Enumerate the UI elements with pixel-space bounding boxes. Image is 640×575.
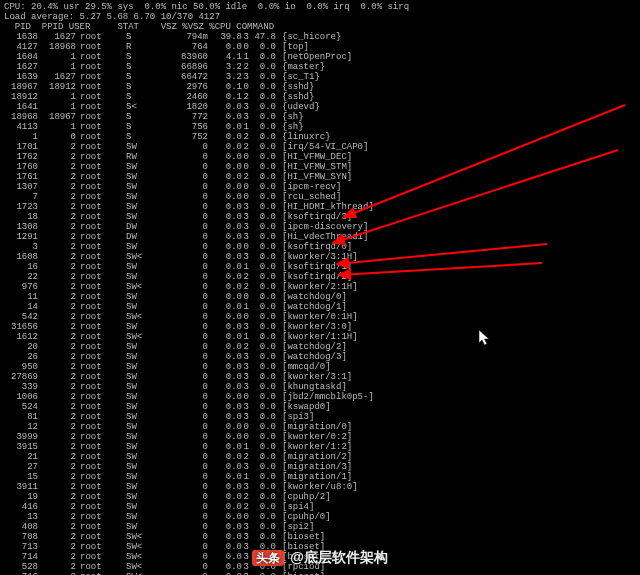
process-row: 4082rootSW00.03 0.0[spi2]	[4, 522, 636, 532]
process-row: 16122rootSW<00.01 0.0[kworker/1:1H]	[4, 332, 636, 342]
process-row: 39152rootSW00.01 0.0[kworker/1:2]	[4, 442, 636, 452]
process-row: 7082rootSW<00.03 0.0[bioset]	[4, 532, 636, 542]
process-row: 122rootSW00.00 0.0[migration/0]	[4, 422, 636, 432]
process-row: 17602rootSW00.00 0.0[HI_VFMW_STM]	[4, 162, 636, 172]
watermark-text: @底层软件架构	[290, 549, 388, 565]
process-row: 9762rootSW<00.02 0.0[kworker/2:1H]	[4, 282, 636, 292]
process-row: 4162rootSW00.02 0.0[spi4]	[4, 502, 636, 512]
watermark-badge: 头条	[252, 550, 284, 566]
process-row: 189121rootS24600.12 0.0{sshd}	[4, 92, 636, 102]
process-row: 412718968rootR7640.00 0.0[top]	[4, 42, 636, 52]
process-row: 17622rootRW00.00 0.0[HI_VFMW_DEC]	[4, 152, 636, 162]
process-row: 17232rootSW00.03 0.0[HI_HDMI_kThread]	[4, 202, 636, 212]
process-row: 39112rootSW00.03 0.0[kworker/u8:0]	[4, 482, 636, 492]
process-row: 16271rootS668963.22 0.0{master}	[4, 62, 636, 72]
process-row: 39992rootSW00.00 0.0[kworker/0:2]	[4, 432, 636, 442]
process-row: 10rootS7520.02 0.0{linuxrc}	[4, 132, 636, 142]
process-row: 32rootSW00.00 0.0[ksoftirqd/0]	[4, 242, 636, 252]
process-row: 1896818967rootS7720.03 0.0{sh}	[4, 112, 636, 122]
load-average-line: Load average: 5.27 5.68 6.70 10/370 4127	[4, 12, 636, 22]
process-row: 812rootSW00.03 0.0[spi3]	[4, 412, 636, 422]
cpu-summary-line: CPU: 20.4% usr 29.5% sys 0.0% nic 50.0% …	[4, 2, 636, 12]
terminal-output: CPU: 20.4% usr 29.5% sys 0.0% nic 50.0% …	[0, 0, 640, 575]
process-row: 152rootSW00.01 0.0[migration/1]	[4, 472, 636, 482]
process-row: 5422rootSW<00.00 0.0[kworker/0:1H]	[4, 312, 636, 322]
process-row: 13082rootDW00.03 0.0[ipcm-discovery]	[4, 222, 636, 232]
process-row: 132rootSW00.00 0.0[cpuhp/0]	[4, 512, 636, 522]
process-row: 16082rootSW<00.03 0.0[kworker/3:1H]	[4, 252, 636, 262]
process-row: 16391627rootS664723.23 0.0{sc_T1}	[4, 72, 636, 82]
process-row: 212rootSW00.02 0.0[migration/2]	[4, 452, 636, 462]
process-row: 5242rootSW00.03 0.0[kswapd0]	[4, 402, 636, 412]
process-row: 9502rootSW00.03 0.0[mmcqd/0]	[4, 362, 636, 372]
process-row: 192rootSW00.02 0.0[cpuhp/2]	[4, 492, 636, 502]
process-row: 13072rootSW00.00 0.0[ipcm-recv]	[4, 182, 636, 192]
column-headers: PID PPID USER STAT VSZ %VSZ %CPU COMMAND	[4, 22, 636, 32]
process-row: 17612rootSW00.02 0.0[HI_VFMW_SYN]	[4, 172, 636, 182]
process-row: 72rootSW00.00 0.0[rcu_sched]	[4, 192, 636, 202]
process-row: 12912rootDW00.03 0.0[Hi_vdecThread1]	[4, 232, 636, 242]
process-row: 3392rootSW00.03 0.0[khungtaskd]	[4, 382, 636, 392]
process-row: 272rootSW00.03 0.0[migration/3]	[4, 462, 636, 472]
process-row: 16041rootS839604.11 0.0[netOpenProc]	[4, 52, 636, 62]
process-row: 278692rootSW00.03 0.0[kworker/3:1]	[4, 372, 636, 382]
process-row: 182rootSW00.03 0.0[ksoftirqd/3]	[4, 212, 636, 222]
process-row: 10062rootSW00.00 0.0[jbd2/mmcblk0p5-]	[4, 392, 636, 402]
process-row: 1896718912rootS29760.10 0.0{sshd}	[4, 82, 636, 92]
process-row: 16411rootS<18200.03 0.0{udevd}	[4, 102, 636, 112]
process-row: 202rootSW00.02 0.0[watchdog/2]	[4, 342, 636, 352]
process-row: 17012rootSW00.02 0.0[irq/54-VI_CAP0]	[4, 142, 636, 152]
process-row: 316562rootSW00.03 0.0[kworker/3:0]	[4, 322, 636, 332]
process-row: 16381627rootS794m39.83 47.8{sc_hicore}	[4, 32, 636, 42]
process-row: 222rootSW00.02 0.0[ksoftirqd/2]	[4, 272, 636, 282]
process-table: 16381627rootS794m39.83 47.8{sc_hicore}41…	[4, 32, 636, 575]
process-row: 112rootSW00.00 0.0[watchdog/0]	[4, 292, 636, 302]
process-row: 142rootSW00.01 0.0[watchdog/1]	[4, 302, 636, 312]
watermark: 头条@底层软件架构	[0, 549, 640, 567]
process-row: 262rootSW00.03 0.0[watchdog/3]	[4, 352, 636, 362]
process-row: 162rootSW00.01 0.0[ksoftirqd/1]	[4, 262, 636, 272]
process-row: 41131rootS7560.01 0.0{sh}	[4, 122, 636, 132]
